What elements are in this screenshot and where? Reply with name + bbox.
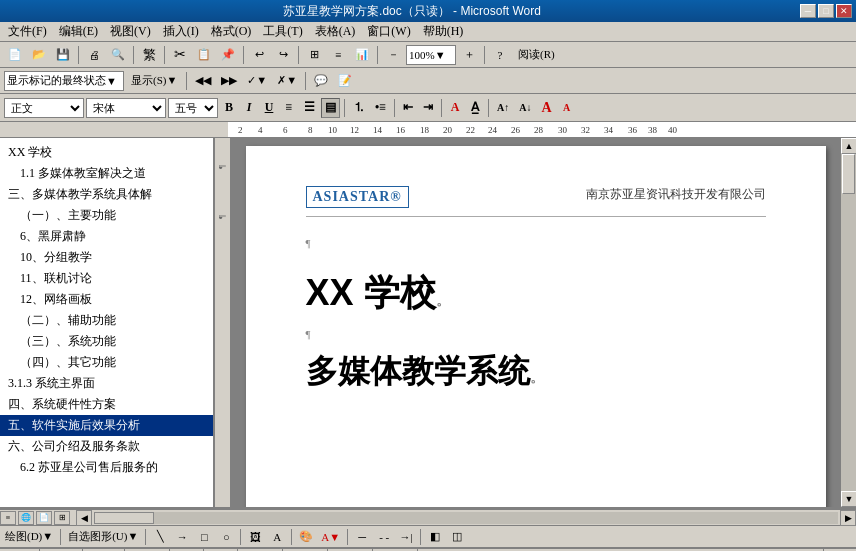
sidebar-item-7[interactable]: 12、网络画板 — [0, 289, 213, 310]
scroll-up-button[interactable]: ▲ — [841, 138, 856, 154]
open-button[interactable]: 📂 — [28, 45, 50, 65]
sidebar-item-8[interactable]: （二）、辅助功能 — [0, 310, 213, 331]
menu-tools[interactable]: 工具(T) — [257, 21, 308, 42]
columns-btn[interactable]: ≡ — [327, 45, 349, 65]
rect-btn[interactable]: □ — [194, 528, 214, 546]
sidebar-item-0[interactable]: XX 学校 — [0, 142, 213, 163]
copy-button[interactable]: 📋 — [193, 45, 215, 65]
sidebar-item-15[interactable]: 6.2 苏亚星公司售后服务的 — [0, 457, 213, 478]
scroll-thumb[interactable] — [842, 154, 855, 194]
3d-btn[interactable]: ◫ — [447, 528, 467, 546]
indent-increase-btn[interactable]: ⇥ — [419, 98, 437, 118]
zoom-in-btn[interactable]: ＋ — [458, 45, 480, 65]
menu-window[interactable]: 窗口(W) — [361, 21, 416, 42]
style-select[interactable]: 正文 — [4, 98, 84, 118]
scroll-track[interactable] — [841, 154, 856, 491]
paint-bucket-btn[interactable]: 🎨 — [296, 528, 316, 546]
cut-button[interactable]: ✂ — [169, 45, 191, 65]
close-button[interactable]: ✕ — [836, 4, 852, 18]
arrow-btn[interactable]: → — [172, 528, 192, 546]
menu-file[interactable]: 文件(F) — [2, 21, 53, 42]
document-area[interactable]: ASIASTAR® 南京苏亚星资讯科技开发有限公司 ¶ XX 学校。 ¶ 多媒体… — [231, 138, 840, 507]
font-size-smaller-btn[interactable]: A — [558, 98, 576, 118]
paste-button[interactable]: 📌 — [217, 45, 239, 65]
sidebar-item-3[interactable]: （一）、主要功能 — [0, 205, 213, 226]
font-size-down-btn[interactable]: A↓ — [515, 98, 535, 118]
display-button[interactable]: 显示(S)▼ — [126, 71, 182, 91]
menu-format[interactable]: 格式(O) — [205, 21, 258, 42]
outline-view-btn[interactable]: ⊞ — [54, 511, 70, 525]
draw-menu-button[interactable]: 绘图(D)▼ — [2, 528, 56, 546]
zoom-dropdown[interactable]: 100%▼ — [406, 45, 456, 65]
arrow-style-btn[interactable]: →| — [396, 528, 416, 546]
track-btn[interactable]: 📝 — [334, 71, 356, 91]
traditional-btn[interactable]: 繁 — [138, 45, 160, 65]
size-select[interactable]: 五号 — [168, 98, 218, 118]
horiz-scroll-thumb[interactable] — [94, 512, 154, 524]
align-center-btn[interactable]: ☰ — [300, 98, 319, 118]
print-view-btn[interactable]: 📄 — [36, 511, 52, 525]
horiz-scroll-track[interactable] — [94, 512, 838, 524]
redo-button[interactable]: ↪ — [272, 45, 294, 65]
minimize-button[interactable]: ─ — [800, 4, 816, 18]
line-style-btn[interactable]: ─ — [352, 528, 372, 546]
menu-help[interactable]: 帮助(H) — [417, 21, 470, 42]
font-color-btn[interactable]: A — [446, 98, 464, 118]
line-btn[interactable]: ╲ — [150, 528, 170, 546]
scroll-right-button[interactable]: ▶ — [840, 510, 856, 526]
bullets-btn[interactable]: •≡ — [371, 98, 390, 118]
save-button[interactable]: 💾 — [52, 45, 74, 65]
table-btn[interactable]: ⊞ — [303, 45, 325, 65]
normal-view-btn[interactable]: ≡ — [0, 511, 16, 525]
read-button[interactable]: 阅读(R) — [513, 45, 560, 65]
maximize-button[interactable]: □ — [818, 4, 834, 18]
markup-dropdown[interactable]: 显示标记的最终状态▼ — [4, 71, 124, 91]
undo-button[interactable]: ↩ — [248, 45, 270, 65]
sidebar-item-12[interactable]: 四、系统硬件性方案 — [0, 394, 213, 415]
sidebar-item-13[interactable]: 五、软件实施后效果分析 — [0, 415, 213, 436]
help-btn[interactable]: ? — [489, 45, 511, 65]
sidebar-item-14[interactable]: 六、公司介绍及服务条款 — [0, 436, 213, 457]
menu-edit[interactable]: 编辑(E) — [53, 21, 104, 42]
sidebar-item-5[interactable]: 10、分组教学 — [0, 247, 213, 268]
sidebar[interactable]: XX 学校 1.1 多媒体教室解决之道 三、多媒体教学系统具体解 （一）、主要功… — [0, 138, 215, 507]
clipart-btn[interactable]: 🖼 — [245, 528, 265, 546]
vertical-scrollbar[interactable]: ▲ ▼ — [840, 138, 856, 507]
oval-btn[interactable]: ○ — [216, 528, 236, 546]
reject-btn[interactable]: ✗▼ — [273, 71, 301, 91]
bold-button[interactable]: B — [220, 98, 238, 118]
next-change-btn[interactable]: ▶▶ — [217, 71, 241, 91]
highlight-btn[interactable]: A̲ — [466, 98, 484, 118]
web-view-btn[interactable]: 🌐 — [18, 511, 34, 525]
align-left-btn[interactable]: ≡ — [280, 98, 298, 118]
indent-decrease-btn[interactable]: ⇤ — [399, 98, 417, 118]
chart-btn[interactable]: 📊 — [351, 45, 373, 65]
menu-table[interactable]: 表格(A) — [309, 21, 362, 42]
menu-insert[interactable]: 插入(I) — [157, 21, 205, 42]
scroll-left-button[interactable]: ◀ — [76, 510, 92, 526]
sidebar-item-4[interactable]: 6、黑屏肃静 — [0, 226, 213, 247]
font-size-bigger-btn[interactable]: A — [538, 98, 556, 118]
align-justify-btn[interactable]: ▤ — [321, 98, 340, 118]
comment-btn[interactable]: 💬 — [310, 71, 332, 91]
zoom-out-btn[interactable]: － — [382, 45, 404, 65]
sidebar-item-2[interactable]: 三、多媒体教学系统具体解 — [0, 184, 213, 205]
font-size-up-btn[interactable]: A↑ — [493, 98, 513, 118]
sidebar-item-6[interactable]: 11、联机讨论 — [0, 268, 213, 289]
italic-button[interactable]: I — [240, 98, 258, 118]
print-button[interactable]: 🖨 — [83, 45, 105, 65]
scroll-down-button[interactable]: ▼ — [841, 491, 856, 507]
dash-style-btn[interactable]: - - — [374, 528, 394, 546]
new-button[interactable]: 📄 — [4, 45, 26, 65]
sidebar-item-1[interactable]: 1.1 多媒体教室解决之道 — [0, 163, 213, 184]
horizontal-scroll[interactable]: ≡ 🌐 📄 ⊞ ◀ ▶ — [0, 509, 856, 525]
shadow-btn[interactable]: ◧ — [425, 528, 445, 546]
prev-change-btn[interactable]: ◀◀ — [191, 71, 215, 91]
autoshape-button[interactable]: 自选图形(U)▼ — [65, 528, 141, 546]
font-select[interactable]: 宋体 — [86, 98, 166, 118]
font-color-draw-btn[interactable]: A▼ — [318, 528, 343, 546]
menu-view[interactable]: 视图(V) — [104, 21, 157, 42]
wordart-btn[interactable]: A — [267, 528, 287, 546]
numbering-btn[interactable]: ⒈ — [349, 98, 369, 118]
sidebar-item-9[interactable]: （三）、系统功能 — [0, 331, 213, 352]
